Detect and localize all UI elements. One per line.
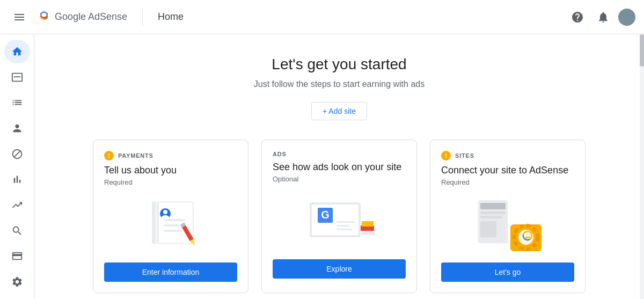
svg-rect-24 xyxy=(480,212,506,214)
card-sites-subtitle: Required xyxy=(441,178,574,186)
card-sites-header: ! SITES xyxy=(441,151,574,161)
avatar[interactable] xyxy=(618,9,635,26)
trending-icon xyxy=(11,199,23,211)
sidebar-item-settings[interactable] xyxy=(4,270,30,294)
reports-icon xyxy=(11,97,23,108)
barchart-icon xyxy=(11,173,23,185)
svg-point-7 xyxy=(163,210,167,214)
logo: Google AdSense xyxy=(36,10,127,25)
card-payments-header: ! PAYMENTS xyxy=(104,151,237,161)
card-ads-title: See how ads look on your site xyxy=(273,162,406,173)
svg-rect-26 xyxy=(480,221,496,237)
sites-illustration-svg xyxy=(467,198,548,251)
add-site-button[interactable]: + Add site xyxy=(311,102,367,120)
sidebar-item-search[interactable] xyxy=(4,219,30,243)
sidebar-item-block[interactable] xyxy=(4,142,30,166)
main-content: Let's get you started Just follow the st… xyxy=(34,34,644,299)
hero-title: Let's get you started xyxy=(67,56,612,73)
svg-rect-20 xyxy=(362,221,374,227)
avatar-image xyxy=(618,9,635,26)
card-sites-title: Connect your site to AdSense xyxy=(441,165,574,176)
svg-rect-21 xyxy=(361,231,375,235)
warning-icon-payments: ! xyxy=(104,151,114,161)
brand-name: Google AdSense xyxy=(55,11,127,23)
svg-rect-14 xyxy=(336,221,355,223)
card-sites-illustration xyxy=(441,195,574,254)
svg-rect-25 xyxy=(480,216,502,218)
card-ads-subtitle: Optional xyxy=(273,175,406,183)
page-title: Home xyxy=(158,11,184,23)
card-payments-title: Tell us about you xyxy=(104,165,237,176)
cards-container: ! PAYMENTS Tell us about you Required xyxy=(67,140,612,293)
card-payments: ! PAYMENTS Tell us about you Required xyxy=(93,140,248,293)
card-sites: ! SITES Connect your site to AdSense Req… xyxy=(430,140,586,293)
block-icon xyxy=(11,148,23,160)
hero-subtitle: Just follow the steps to start earning w… xyxy=(67,79,612,89)
logo-icon xyxy=(36,10,52,25)
ads-icon xyxy=(11,71,23,83)
card-payments-illustration xyxy=(104,195,237,254)
account-icon xyxy=(11,122,23,134)
card-ads: ADS See how ads look on your site Option… xyxy=(261,140,417,293)
topbar-right xyxy=(567,6,635,28)
svg-point-8 xyxy=(162,215,169,220)
svg-rect-15 xyxy=(336,225,350,227)
payments-illustration-svg xyxy=(136,198,206,251)
sidebar-item-home[interactable] xyxy=(4,40,30,63)
warning-icon-sites: ! xyxy=(441,151,451,161)
card-payments-subtitle: Required xyxy=(104,178,237,186)
notifications-button[interactable] xyxy=(592,6,614,28)
svg-text:G: G xyxy=(321,209,330,221)
home-icon xyxy=(11,46,23,57)
card-payments-category: PAYMENTS xyxy=(118,152,153,159)
sidebar-item-performance[interactable] xyxy=(4,193,30,217)
card-sites-category: SITES xyxy=(455,152,474,159)
scrollbar[interactable] xyxy=(640,34,644,299)
topbar-left: Google AdSense Home xyxy=(9,6,184,28)
card-ads-category: ADS xyxy=(273,151,287,157)
menu-button[interactable] xyxy=(9,6,30,28)
payments-icon xyxy=(11,250,23,262)
sidebar xyxy=(0,34,34,299)
search-icon xyxy=(11,225,23,237)
sidebar-item-reports[interactable] xyxy=(4,91,30,114)
svg-rect-16 xyxy=(336,229,353,230)
explore-button[interactable]: Explore xyxy=(273,259,406,279)
lets-go-button[interactable]: Let's go xyxy=(441,262,574,282)
help-button[interactable] xyxy=(567,6,588,28)
svg-rect-23 xyxy=(480,203,506,209)
svg-rect-5 xyxy=(164,230,182,232)
topbar: Google AdSense Home xyxy=(0,0,644,34)
card-ads-header: ADS xyxy=(273,151,406,157)
card-ads-illustration: G xyxy=(273,192,406,251)
sidebar-item-payments[interactable] xyxy=(4,245,30,268)
svg-rect-4 xyxy=(164,224,180,227)
enter-information-button[interactable]: Enter information xyxy=(104,262,237,282)
sidebar-item-ads[interactable] xyxy=(4,65,30,89)
sidebar-item-brand-safety[interactable] xyxy=(4,168,30,192)
settings-icon xyxy=(11,276,23,288)
sidebar-item-account[interactable] xyxy=(4,116,30,140)
topbar-divider xyxy=(142,9,143,26)
scrollbar-thumb[interactable] xyxy=(640,34,644,67)
ads-illustration-svg: G xyxy=(299,194,379,248)
